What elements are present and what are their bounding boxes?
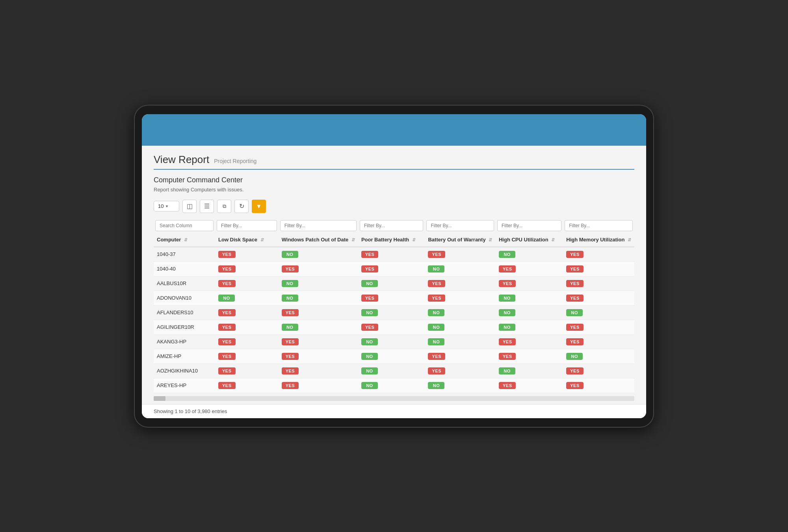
col-header-memory[interactable]: High Memory Utilization ⇵ xyxy=(563,233,634,247)
status-badge: YES xyxy=(218,265,236,272)
search-column-input[interactable] xyxy=(155,220,214,231)
status-badge: NO xyxy=(428,309,444,316)
status-badge: NO xyxy=(361,367,378,374)
cell-computer: AALBUS10R xyxy=(154,276,215,291)
cell-computer: AMIZE-HP xyxy=(154,349,215,363)
page-subtitle: Project Reporting xyxy=(214,158,256,164)
table-row: AREYES-HPYESYESNONOYESYES xyxy=(154,378,634,393)
table-row: AKANG3-HPYESYESNONOYESYES xyxy=(154,334,634,349)
status-badge: YES xyxy=(566,338,584,345)
status-badge: YES xyxy=(566,265,584,272)
status-badge: YES xyxy=(361,295,379,302)
status-badge: YES xyxy=(218,338,236,345)
col-header-win-patch[interactable]: Windows Patch Out of Date ⇵ xyxy=(279,233,358,247)
sort-computer-icon: ⇵ xyxy=(184,237,188,243)
rows-per-page-select[interactable]: 10 ▾ xyxy=(154,201,179,211)
chevron-down-icon: ▾ xyxy=(166,204,168,208)
status-badge: YES xyxy=(218,251,236,258)
showing-entries-text: Showing 1 to 10 of 3,980 entries xyxy=(154,408,227,414)
status-badge: NO xyxy=(282,280,298,287)
status-badge: YES xyxy=(499,382,516,389)
filter-button[interactable]: ▼ xyxy=(252,200,266,213)
footer-bar: Showing 1 to 10 of 3,980 entries xyxy=(142,404,646,418)
list-icon: ☰ xyxy=(204,202,210,210)
status-badge: YES xyxy=(218,280,236,287)
sort-win-patch-icon: ⇵ xyxy=(351,237,355,243)
filter-low-disk-cell xyxy=(215,219,279,233)
status-badge: YES xyxy=(218,353,236,360)
list-view-button[interactable]: ☰ xyxy=(200,200,214,213)
report-description: Report showing Computers with issues. xyxy=(154,187,634,193)
table-row: AMIZE-HPYESYESNOYESYESNO xyxy=(154,349,634,363)
cell-computer: AOZHGIKHINA10 xyxy=(154,363,215,378)
status-badge: YES xyxy=(282,382,299,389)
status-badge: NO xyxy=(566,309,583,316)
tablet-frame: View Report Project Reporting Computer C… xyxy=(134,105,654,428)
filter-battery-warranty-input[interactable] xyxy=(426,220,494,231)
status-badge: YES xyxy=(218,367,236,374)
status-badge: YES xyxy=(499,353,516,360)
content-area: View Report Project Reporting Computer C… xyxy=(142,146,646,404)
export-button[interactable]: ⧉ xyxy=(217,200,231,213)
status-badge: YES xyxy=(282,338,299,345)
filter-battery-health-input[interactable] xyxy=(360,220,424,231)
status-badge: NO xyxy=(499,251,515,258)
table-row: ADONOVAN10NONOYESYESNOYES xyxy=(154,291,634,305)
status-badge: YES xyxy=(566,367,584,374)
report-table: Computer ⇵ Low Disk Space ⇵ Windows Patc… xyxy=(154,219,634,393)
col-header-low-disk[interactable]: Low Disk Space ⇵ xyxy=(215,233,279,247)
table-row: AFLANDERS10YESYESNONONONO xyxy=(154,305,634,320)
status-badge: YES xyxy=(282,353,299,360)
table-wrapper: Computer ⇵ Low Disk Space ⇵ Windows Patc… xyxy=(154,219,634,404)
status-badge: YES xyxy=(282,367,299,374)
refresh-icon: ↻ xyxy=(239,202,244,210)
filter-row xyxy=(154,219,634,233)
horizontal-scrollbar[interactable] xyxy=(154,396,634,401)
table-row: AOZHGIKHINA10YESYESNOYESNOYES xyxy=(154,363,634,378)
status-badge: YES xyxy=(282,265,299,272)
top-bar xyxy=(142,114,646,146)
cell-computer: AFLANDERS10 xyxy=(154,305,215,320)
status-badge: NO xyxy=(499,324,515,331)
refresh-button[interactable]: ↻ xyxy=(234,200,249,213)
status-badge: YES xyxy=(218,382,236,389)
filter-win-patch-input[interactable] xyxy=(280,220,357,231)
status-badge: NO xyxy=(499,367,515,374)
status-badge: YES xyxy=(428,367,445,374)
scrollbar-thumb[interactable] xyxy=(154,396,165,401)
filter-win-patch-cell xyxy=(279,219,358,233)
filter-cpu-input[interactable] xyxy=(497,220,561,231)
col-header-battery-warranty[interactable]: Battery Out of Warranty ⇵ xyxy=(425,233,496,247)
tablet-screen: View Report Project Reporting Computer C… xyxy=(142,114,646,418)
status-badge: YES xyxy=(361,265,379,272)
status-badge: NO xyxy=(499,309,515,316)
monitor-view-button[interactable]: ◫ xyxy=(182,200,197,213)
filter-battery-health-cell xyxy=(358,219,425,233)
col-header-cpu[interactable]: High CPU Utilization ⇵ xyxy=(496,233,563,247)
status-badge: YES xyxy=(282,309,299,316)
toolbar: 10 ▾ ◫ ☰ ⧉ ↻ ▼ xyxy=(154,200,634,213)
page-title: View Report xyxy=(154,154,209,166)
monitor-icon: ◫ xyxy=(187,202,193,210)
filter-icon: ▼ xyxy=(256,203,262,209)
status-badge: NO xyxy=(361,280,378,287)
cell-computer: AREYES-HP xyxy=(154,378,215,393)
status-badge: YES xyxy=(218,309,236,316)
status-badge: YES xyxy=(499,265,516,272)
cell-computer: AGILINGER10R xyxy=(154,320,215,334)
filter-low-disk-input[interactable] xyxy=(217,220,277,231)
table-body: 1040-37YESNOYESYESNOYES1040-40YESYESYESN… xyxy=(154,247,634,393)
cell-computer: 1040-37 xyxy=(154,247,215,262)
sort-memory-icon: ⇵ xyxy=(628,237,631,243)
sort-low-disk-icon: ⇵ xyxy=(260,237,264,243)
col-header-computer[interactable]: Computer ⇵ xyxy=(154,233,215,247)
status-badge: YES xyxy=(566,251,584,258)
filter-memory-input[interactable] xyxy=(565,220,633,231)
status-badge: YES xyxy=(428,251,445,258)
filter-cpu-cell xyxy=(496,219,563,233)
cell-computer: 1040-40 xyxy=(154,261,215,276)
status-badge: YES xyxy=(499,280,516,287)
status-badge: NO xyxy=(282,251,298,258)
col-header-battery-health[interactable]: Poor Battery Health ⇵ xyxy=(358,233,425,247)
status-badge: YES xyxy=(361,324,379,331)
